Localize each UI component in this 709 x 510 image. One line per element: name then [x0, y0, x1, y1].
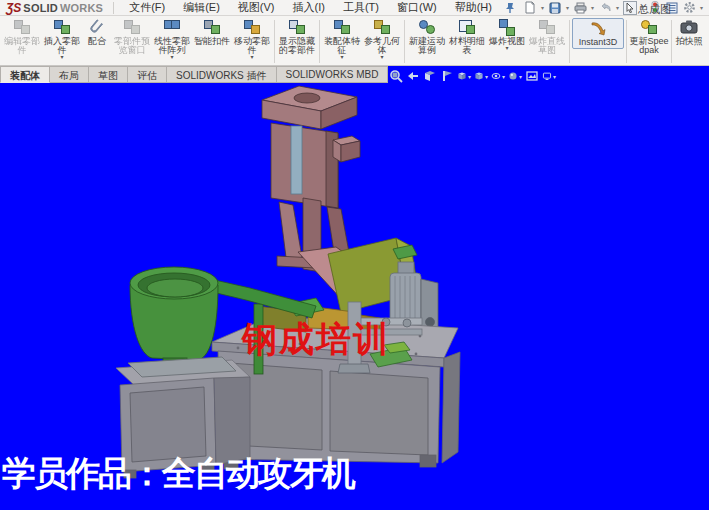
menu-bar: 文件(F) 编辑(E) 视图(V) 插入(I) 工具(T) 窗口(W) 帮助(H… [120, 0, 501, 16]
options-gear-icon[interactable] [682, 1, 696, 15]
ribbon-button-assembly-features[interactable]: 装配体特征 [322, 18, 362, 61]
take-snapshot-camera-icon [679, 19, 699, 36]
menu-edit[interactable]: 编辑(E) [174, 0, 229, 16]
ribbon-button-linear-component-pattern[interactable]: 线性零部件阵列 [152, 18, 192, 61]
ribbon-button-bill-of-materials[interactable]: 材料明细表 [447, 18, 487, 56]
section-view-icon[interactable] [423, 69, 437, 83]
update-speedpak-icon [639, 19, 659, 36]
tab-layout[interactable]: 布局 [50, 66, 89, 83]
ribbon-button-component-preview-window: 零部件预览窗口 [112, 18, 152, 56]
graphics-viewport[interactable]: 钢成培训 学员作品：全自动攻牙机 [0, 66, 709, 510]
ribbon-button-take-snapshot[interactable]: 拍快照 [674, 18, 704, 47]
undo-caret[interactable]: ▾ [616, 4, 619, 11]
ribbon-button-explode-line-sketch: 爆炸直线草图 [527, 18, 567, 56]
smart-fasteners-icon [202, 19, 222, 36]
new-document-caret[interactable]: ▾ [541, 4, 544, 11]
ribbon-group-separator [319, 20, 320, 63]
ribbon-button-instant3d[interactable]: Instant3D [572, 18, 624, 49]
move-component-icon [242, 19, 262, 36]
bill-of-materials-icon [457, 19, 477, 36]
ribbon-button-move-component[interactable]: 移动零部件 [232, 18, 272, 61]
ribbon-button-reference-geometry[interactable]: 参考几何体 [362, 18, 402, 61]
assembly-features-icon [332, 19, 352, 36]
menu-file[interactable]: 文件(F) [120, 0, 174, 16]
save-icon[interactable] [548, 1, 562, 15]
title-bar: ƷS SOLIDWORKS 文件(F) 编辑(E) 视图(V) 插入(I) 工具… [0, 0, 709, 16]
ribbon-button-edit-component: 编辑零部件 [2, 18, 42, 56]
linear-pattern-icon [162, 19, 182, 36]
menu-view[interactable]: 视图(V) [229, 0, 284, 16]
view-orientation-icon[interactable] [457, 69, 471, 83]
ribbon-group-separator [569, 20, 570, 63]
zoom-to-area-icon[interactable] [389, 69, 403, 83]
options-caret[interactable]: ▾ [700, 4, 703, 11]
ribbon-group-separator [404, 20, 405, 63]
command-manager-tabs: 装配体 布局 草图 评估 SOLIDWORKS 插件 SOLIDWORKS MB… [0, 66, 388, 83]
undo-icon[interactable] [598, 1, 612, 15]
display-style-icon[interactable] [474, 69, 488, 83]
component-preview-icon [122, 19, 142, 36]
document-title: 总成图 [638, 2, 671, 17]
tab-evaluate[interactable]: 评估 [128, 66, 167, 83]
print-caret[interactable]: ▾ [591, 4, 594, 11]
tab-assembly[interactable]: 装配体 [0, 66, 50, 83]
select-icon[interactable] [623, 1, 637, 15]
ribbon-button-new-motion-study[interactable]: 新建运动算例 [407, 18, 447, 56]
mate-icon [87, 19, 107, 36]
ribbon-button-mate[interactable]: 配合 [82, 18, 112, 47]
quick-access-toolbar: ▾ ▾ ▾ ▾ ▾ ▾ [523, 1, 704, 15]
ribbon-button-exploded-view[interactable]: 爆炸视图 [487, 18, 527, 52]
menu-tools[interactable]: 工具(T) [334, 0, 388, 16]
solidworks-logo: ƷS SOLIDWORKS [6, 1, 103, 15]
ribbon-group-separator [671, 20, 672, 63]
reference-geometry-icon [372, 19, 392, 36]
tab-sketch[interactable]: 草图 [89, 66, 128, 83]
print-icon[interactable] [573, 1, 587, 15]
tab-solidworks-mbd[interactable]: SOLIDWORKS MBD [277, 66, 389, 83]
menu-help[interactable]: 帮助(H) [446, 0, 501, 16]
solidworks-window: ƷS SOLIDWORKS 文件(F) 编辑(E) 视图(V) 插入(I) 工具… [0, 0, 709, 510]
save-caret[interactable]: ▾ [566, 4, 569, 11]
dynamic-annotation-views-icon[interactable] [440, 69, 454, 83]
exploded-view-icon [497, 19, 517, 36]
command-manager-ribbon: 编辑零部件 插入零部件 配合 零部件预览窗口 线性零部件阵列 智能扣件 移动零部… [0, 16, 709, 66]
previous-view-icon[interactable] [406, 69, 420, 83]
heads-up-view-toolbar [372, 69, 556, 83]
caption-text: 学员作品：全自动攻牙机 [2, 451, 354, 497]
pin-menu-icon[interactable] [505, 2, 515, 14]
model-3d[interactable] [0, 66, 709, 510]
watermark-text: 钢成培训 [242, 316, 390, 363]
hide-show-items-icon[interactable] [491, 69, 505, 83]
show-hidden-icon [287, 19, 307, 36]
ribbon-button-update-speedpak[interactable]: 更新Speedpak [629, 18, 669, 56]
edit-component-icon [12, 19, 32, 36]
menu-insert[interactable]: 插入(I) [284, 0, 334, 16]
instant3d-icon [588, 20, 608, 37]
ribbon-group-separator [274, 20, 275, 63]
ribbon-button-smart-fasteners[interactable]: 智能扣件 [192, 18, 232, 47]
tab-solidworks-addins[interactable]: SOLIDWORKS 插件 [167, 66, 277, 83]
edit-appearance-icon[interactable] [508, 69, 522, 83]
new-motion-study-icon [417, 19, 437, 36]
menu-window[interactable]: 窗口(W) [388, 0, 446, 16]
ribbon-button-show-hidden-components[interactable]: 显示隐藏的零部件 [277, 18, 317, 56]
explode-line-sketch-icon [537, 19, 557, 36]
new-document-icon[interactable] [523, 1, 537, 15]
apply-scene-icon[interactable] [525, 69, 539, 83]
ds-logo-mark: ƷS [6, 1, 21, 15]
view-settings-icon[interactable] [542, 69, 556, 83]
insert-components-icon [52, 19, 72, 36]
ribbon-group-separator [626, 20, 627, 63]
ribbon-button-insert-components[interactable]: 插入零部件 [42, 18, 82, 61]
titlebar-separator [113, 2, 114, 14]
